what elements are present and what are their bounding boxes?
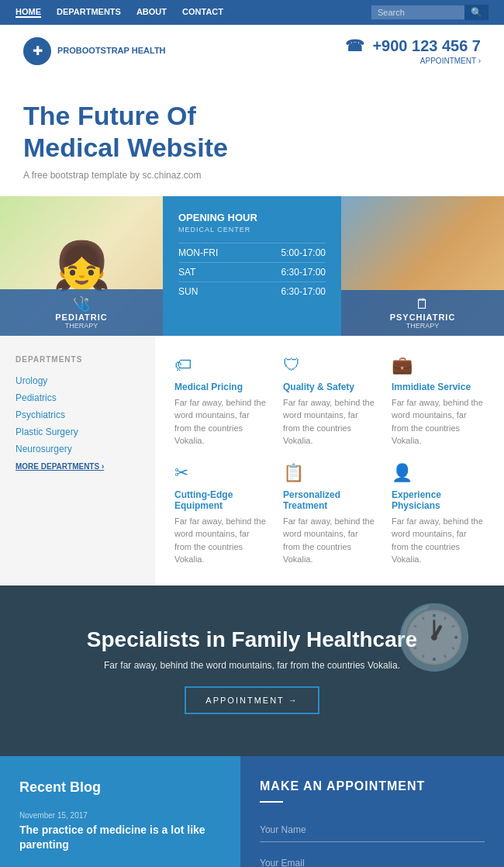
service-physicians: 👤 Experience Physicians Far far away, be…: [392, 463, 485, 566]
dept-psychiatrics[interactable]: Psychiatrics: [16, 409, 140, 420]
name-field-group: [260, 818, 485, 842]
service-5-title: Experience Physicians: [392, 489, 485, 511]
departments-sidebar: DEPARTMENTS Urology Pediatrics Psychiatr…: [0, 336, 155, 585]
nav-home[interactable]: HOME: [16, 7, 41, 18]
appointment-form: MAKE AN APPOINTMENT 📅 SUBMIT FORM: [240, 756, 504, 867]
bottom-section: Recent Blog November 15, 2017 The practi…: [0, 756, 504, 867]
services-section: DEPARTMENTS Urology Pediatrics Psychiatr…: [0, 336, 504, 585]
nav-about[interactable]: ABOUT: [136, 7, 167, 18]
psychiatric-label: PSYCHIATRIC: [347, 313, 498, 322]
phone-number: ☎ +900 123 456 7: [345, 36, 481, 55]
logo: ✚ PROBOOTSTRAP HEALTH: [23, 37, 166, 65]
service-1-title: Quality & Safety: [283, 382, 376, 392]
hours-row-0: MON-FRI 5:00-17:00: [178, 243, 326, 262]
service-2-title: Immidiate Service: [392, 382, 485, 392]
logo-icon: ✚: [23, 37, 51, 65]
pediatric-sublabel: THERAPY: [6, 322, 157, 330]
nav-contact[interactable]: CONTACT: [182, 7, 223, 18]
blog-title: Recent Blog: [19, 779, 221, 796]
service-3-title: Cutting-Edge Equipment: [174, 489, 268, 511]
hours-table: MON-FRI 5:00-17:00 SAT 6:30-17:00 SUN 6:…: [178, 243, 326, 301]
psychiatric-banner: 🗒 PSYCHIATRIC THERAPY: [341, 196, 504, 336]
opening-hours-banner: 👧 🩺 PEDIATRIC THERAPY OPENING HOUR MEDIC…: [0, 196, 504, 336]
site-header: ✚ PROBOOTSTRAP HEALTH ☎ +900 123 456 7 A…: [0, 25, 504, 77]
quality-safety-icon: 🛡: [283, 355, 376, 375]
service-quality-safety: 🛡 Quality & Safety Far far away, behind …: [283, 355, 376, 447]
email-field-group: [260, 851, 485, 867]
cutting-edge-icon: ✂: [174, 463, 268, 483]
psychiatric-icon: 🗒: [347, 296, 498, 313]
more-departments-link[interactable]: MORE DEPARTMENTS ›: [16, 462, 140, 471]
pediatric-label: PEDIATRIC: [6, 313, 157, 322]
service-0-title: Medical Pricing: [174, 382, 268, 392]
service-0-desc: Far far away, behind the word mountains,…: [174, 396, 268, 447]
form-divider: [260, 801, 283, 803]
pediatric-banner: 👧 🩺 PEDIATRIC THERAPY: [0, 196, 163, 336]
dept-pediatrics[interactable]: Pediatrics: [16, 392, 140, 403]
service-personalized: 📋 Personalized Treatment Far far away, b…: [283, 463, 376, 566]
hero-section: The Future Of Medical Website A free boo…: [0, 77, 504, 196]
service-4-desc: Far far away, behind the word mountains,…: [283, 515, 376, 566]
form-title: MAKE AN APPOINTMENT: [260, 779, 485, 793]
hours-row-1: SAT 6:30-17:00: [178, 262, 326, 282]
hours-subtitle: MEDICAL CENTER: [178, 226, 326, 233]
specialists-banner: 🕐 Specialists in Family Healthcare Far f…: [0, 585, 504, 756]
services-grid: 🏷 Medical Pricing Far far away, behind t…: [155, 336, 504, 585]
service-immediate: 💼 Immidiate Service Far far away, behind…: [392, 355, 485, 447]
search-button[interactable]: 🔍: [464, 5, 488, 20]
blog-item-0: November 15, 2017 The practice of medici…: [19, 811, 221, 853]
phone-icon: ☎: [345, 37, 364, 54]
service-1-desc: Far far away, behind the word mountains,…: [283, 396, 376, 447]
dept-plastic-surgery[interactable]: Plastic Surgery: [16, 427, 140, 437]
search-box: 🔍: [371, 5, 488, 20]
name-input[interactable]: [260, 818, 485, 842]
appointment-link[interactable]: APPOINTMENT ›: [345, 57, 481, 65]
recent-blog: Recent Blog November 15, 2017 The practi…: [0, 756, 240, 867]
search-input[interactable]: [371, 5, 464, 19]
specialists-title: Specialists in Family Healthcare: [87, 627, 417, 652]
top-navigation: HOME DEPARTMENTS ABOUT CONTACT 🔍: [0, 0, 504, 25]
clock-decoration: 🕐: [388, 601, 481, 694]
contact-info: ☎ +900 123 456 7 APPOINTMENT ›: [345, 36, 481, 65]
immediate-service-icon: 💼: [392, 355, 485, 375]
blog-title-0[interactable]: The practice of medicine is a lot like p…: [19, 823, 221, 853]
logo-text: PROBOOTSTRAP HEALTH: [57, 45, 166, 56]
service-3-desc: Far far away, behind the word mountains,…: [174, 515, 268, 566]
hours-title: OPENING HOUR: [178, 212, 326, 223]
service-cutting-edge: ✂ Cutting-Edge Equipment Far far away, b…: [174, 463, 268, 566]
blog-date-0: November 15, 2017: [19, 811, 221, 820]
service-5-desc: Far far away, behind the word mountains,…: [392, 515, 485, 566]
hours-banner: OPENING HOUR MEDICAL CENTER MON-FRI 5:00…: [163, 196, 341, 336]
nav-links: HOME DEPARTMENTS ABOUT CONTACT: [16, 7, 223, 18]
dept-neurosurgery[interactable]: Neurosurgery: [16, 444, 140, 454]
email-input[interactable]: [260, 851, 485, 867]
departments-title: DEPARTMENTS: [16, 355, 140, 364]
hero-subtitle: A free bootstrap template by sc.chinaz.c…: [23, 170, 481, 181]
nav-departments[interactable]: DEPARTMENTS: [57, 7, 121, 18]
service-medical-pricing: 🏷 Medical Pricing Far far away, behind t…: [174, 355, 268, 447]
physicians-icon: 👤: [392, 463, 485, 483]
personalized-icon: 📋: [283, 463, 376, 483]
hero-title: The Future Of Medical Website: [23, 100, 481, 164]
service-2-desc: Far far away, behind the word mountains,…: [392, 396, 485, 447]
service-4-title: Personalized Treatment: [283, 489, 376, 511]
appointment-button[interactable]: APPOINTMENT →: [185, 686, 319, 714]
pediatric-icon: 🩺: [6, 295, 157, 313]
medical-pricing-icon: 🏷: [174, 355, 268, 375]
psychiatric-sublabel: THERAPY: [347, 322, 498, 330]
hours-row-2: SUN 6:30-17:00: [178, 282, 326, 301]
specialists-subtitle: Far far away, behind the word mountains,…: [104, 660, 400, 671]
dept-urology[interactable]: Urology: [16, 375, 140, 386]
